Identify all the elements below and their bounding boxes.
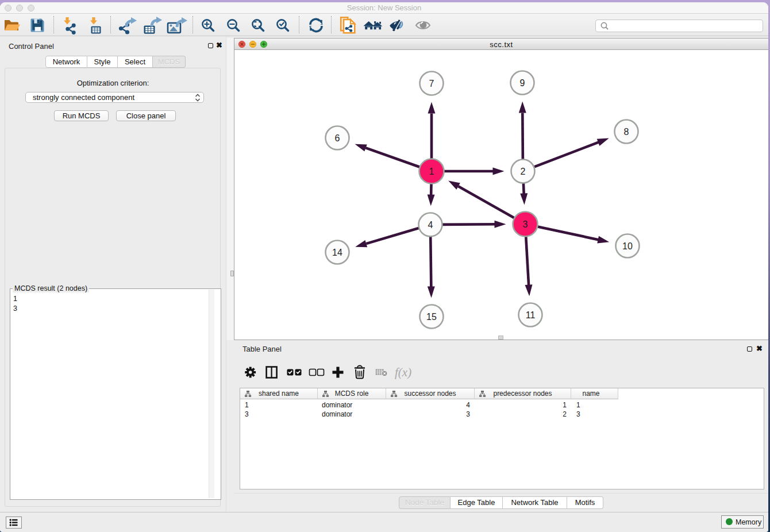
svg-text:10: 10: [622, 241, 633, 251]
svg-text:2: 2: [521, 167, 526, 176]
svg-text:1: 1: [429, 167, 434, 176]
svg-text:6: 6: [335, 133, 340, 143]
svg-text:7: 7: [429, 79, 434, 88]
svg-text:f(x): f(x): [395, 365, 411, 379]
svg-text:14: 14: [332, 248, 342, 257]
svg-text:4: 4: [428, 220, 433, 230]
svg-text:8: 8: [624, 127, 629, 137]
svg-text:15: 15: [426, 312, 437, 322]
svg-text:3: 3: [523, 219, 528, 229]
svg-text:11: 11: [526, 310, 536, 320]
svg-text:9: 9: [520, 78, 525, 88]
